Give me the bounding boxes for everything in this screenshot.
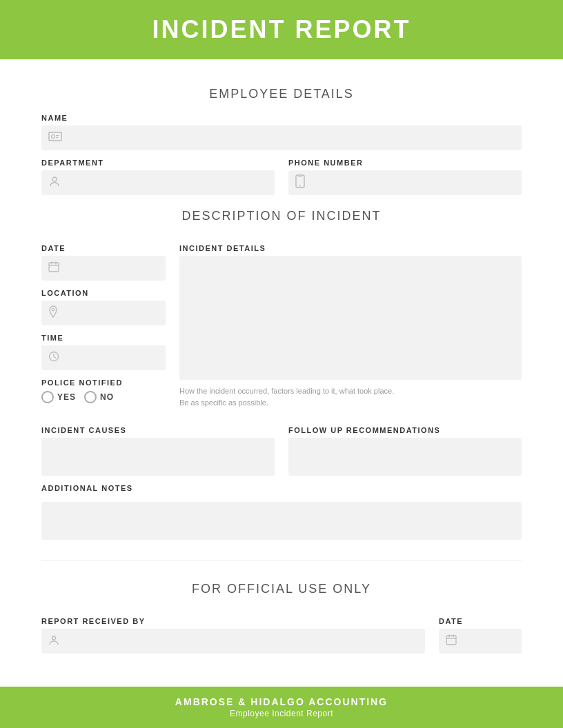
location-input[interactable] — [41, 301, 166, 325]
svg-point-9 — [52, 308, 55, 311]
report-received-input[interactable] — [41, 629, 425, 654]
official-section: FOR OFFICIAL USE ONLY REPORT RECEIVED BY… — [41, 560, 522, 654]
incident-section-title: DESCRIPTION OF INCIDENT — [41, 209, 522, 223]
official-date-col: DATE — [439, 609, 522, 654]
official-date-input[interactable] — [439, 629, 522, 654]
incident-section: DESCRIPTION OF INCIDENT DATE LOCAT — [41, 209, 522, 540]
phone-label: PHONE NUMBER — [288, 159, 522, 167]
date-input[interactable] — [41, 256, 166, 281]
svg-rect-8 — [49, 263, 59, 272]
employee-section: EMPLOYEE DETAILS NAME DEPARTMENT — [41, 87, 522, 195]
time-icon — [48, 351, 59, 365]
report-received-col: REPORT RECEIVED BY — [41, 609, 425, 654]
phone-icon — [295, 174, 305, 191]
date-icon — [48, 261, 59, 275]
incident-hint: How the incident occurred, factors leadi… — [179, 385, 522, 408]
department-col: DEPARTMENT — [41, 150, 275, 195]
page-header: INCIDENT REPORT — [0, 0, 563, 59]
time-input[interactable] — [41, 345, 166, 370]
time-label: TIME — [41, 334, 166, 342]
yes-radio[interactable] — [41, 391, 54, 403]
dept-phone-row: DEPARTMENT PHONE NUMBER — [41, 150, 522, 195]
svg-rect-7 — [298, 176, 302, 177]
company-name: AMBROSE & HIDALGO ACCOUNTING — [0, 696, 563, 707]
svg-rect-3 — [56, 137, 58, 138]
svg-point-4 — [52, 177, 57, 181]
svg-rect-2 — [56, 135, 59, 136]
yes-label: YES — [57, 392, 76, 402]
incident-causes-col: INCIDENT CAUSES — [41, 418, 275, 476]
no-radio-label[interactable]: NO — [84, 391, 114, 403]
department-label: DEPARTMENT — [41, 159, 275, 167]
name-input[interactable] — [41, 125, 522, 150]
phone-input[interactable] — [288, 170, 522, 195]
svg-point-1 — [52, 135, 55, 139]
incident-details-input[interactable] — [179, 256, 522, 380]
name-icon — [48, 131, 62, 145]
official-date-label: DATE — [439, 617, 522, 625]
page-title: INCIDENT REPORT — [0, 15, 563, 44]
name-label: NAME — [41, 114, 522, 122]
incident-details-label: INCIDENT DETAILS — [179, 244, 522, 252]
yes-radio-label[interactable]: YES — [41, 391, 76, 403]
report-received-icon — [48, 634, 59, 648]
svg-point-11 — [52, 636, 56, 640]
additional-notes-label: ADDITIONAL NOTES — [41, 484, 522, 492]
no-label: NO — [100, 392, 114, 402]
official-section-title: FOR OFFICIAL USE ONLY — [41, 582, 522, 596]
incident-causes-label: INCIDENT CAUSES — [41, 426, 275, 434]
location-icon — [48, 305, 58, 321]
department-input[interactable] — [41, 170, 275, 195]
police-row: YES NO — [41, 391, 166, 403]
svg-rect-12 — [446, 636, 456, 645]
incident-left-col: DATE LOCATION — [41, 236, 166, 408]
employee-section-title: EMPLOYEE DETAILS — [41, 87, 522, 101]
department-icon — [48, 175, 61, 190]
no-radio[interactable] — [84, 391, 97, 403]
main-content: EMPLOYEE DETAILS NAME DEPARTMENT — [0, 59, 563, 687]
incident-causes-input[interactable] — [41, 438, 275, 476]
follow-up-label: FOLLOW UP RECOMMENDATIONS — [288, 426, 522, 434]
incident-right-col: INCIDENT DETAILS How the incident occurr… — [179, 236, 522, 408]
additional-notes-input[interactable] — [41, 502, 522, 540]
police-label: POLICE NOTIFIED — [41, 378, 166, 387]
footer-subtitle: Employee Incident Report — [0, 709, 563, 718]
phone-col: PHONE NUMBER — [288, 150, 522, 195]
additional-notes-section: ADDITIONAL NOTES — [41, 484, 522, 540]
svg-point-6 — [299, 185, 301, 187]
causes-followup-row: INCIDENT CAUSES FOLLOW UP RECOMMENDATION… — [41, 418, 522, 476]
follow-up-col: FOLLOW UP RECOMMENDATIONS — [288, 418, 522, 476]
follow-up-input[interactable] — [288, 438, 522, 476]
location-label: LOCATION — [41, 289, 166, 297]
official-row: REPORT RECEIVED BY DATE — [41, 609, 522, 654]
incident-layout: DATE LOCATION — [41, 236, 522, 408]
date-label: DATE — [41, 244, 166, 252]
report-received-label: REPORT RECEIVED BY — [41, 617, 425, 625]
official-date-icon — [446, 634, 457, 648]
page-footer: AMBROSE & HIDALGO ACCOUNTING Employee In… — [0, 687, 563, 728]
